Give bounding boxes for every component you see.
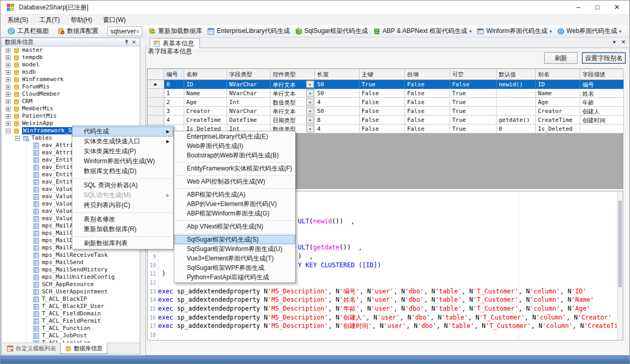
context-menu-item[interactable]: 代码生成▶ bbox=[72, 127, 173, 136]
expand-toggle-icon[interactable] bbox=[6, 114, 10, 119]
tab-database-info[interactable]: 数据库信息 bbox=[60, 343, 107, 354]
cell-dropdown-button[interactable]: ▼ bbox=[306, 107, 314, 115]
column-header[interactable]: 别名 bbox=[536, 69, 580, 80]
grid-cell[interactable]: 单行文本▼ bbox=[271, 107, 315, 116]
tree-item-table[interactable]: T_ACL_BlackIP bbox=[2, 295, 140, 303]
tab-close-icon[interactable]: ✕ bbox=[621, 39, 626, 46]
column-header[interactable]: 长度 bbox=[315, 69, 359, 80]
grid-cell[interactable]: False▼ bbox=[405, 107, 450, 116]
grid-cell[interactable]: Int▼ bbox=[227, 98, 271, 107]
chevron-down-icon[interactable]: ▾ bbox=[469, 29, 472, 34]
tree-item-table[interactable]: SCH_UserAppointment bbox=[2, 288, 140, 295]
web-codegen-button[interactable]: Web界面代码生成 ▾ bbox=[555, 26, 624, 37]
context-menu-item[interactable]: SQL 查询分析器(A)▶ bbox=[72, 180, 173, 190]
grid-cell[interactable]: False▼ bbox=[450, 80, 497, 89]
menubar-item[interactable]: 帮助(H) bbox=[71, 15, 92, 25]
refresh-button[interactable]: 刷新 bbox=[544, 52, 578, 64]
grid-cell[interactable]: 4▼ bbox=[315, 98, 359, 107]
set-field-alias-button[interactable]: 设置字段别名 bbox=[582, 52, 626, 64]
panel-close-icon[interactable]: ✕ bbox=[130, 39, 138, 46]
sql-line[interactable]: 14exec sp_addextendedproperty N'MS_Descr… bbox=[149, 295, 616, 304]
grid-cell[interactable]: 2▼ bbox=[164, 98, 184, 107]
grid-cell[interactable]: NVarChar▼ bbox=[227, 107, 271, 116]
grid-cell[interactable]: False▼ bbox=[405, 124, 450, 133]
expand-toggle-icon[interactable] bbox=[6, 92, 10, 97]
submenu-item[interactable] bbox=[174, 231, 295, 235]
submenu-item[interactable] bbox=[174, 173, 295, 177]
grid-cell[interactable]: True▼ bbox=[450, 98, 497, 107]
tree-item-database[interactable]: PatientMis bbox=[2, 112, 140, 120]
grid-cell[interactable]: CreateTime▼ bbox=[184, 116, 227, 124]
grid-cell[interactable]: 单行文本▼ bbox=[271, 89, 315, 98]
tree-item-database[interactable]: CRM bbox=[2, 98, 140, 105]
column-header[interactable]: 可空 bbox=[450, 69, 497, 80]
context-menu-item[interactable]: 实体类属性生成(P)▶ bbox=[72, 146, 173, 156]
db-config-button[interactable]: 数据库配置 bbox=[54, 26, 101, 37]
close-button[interactable]: ✕ bbox=[608, 0, 626, 15]
table-row[interactable]: ▶ 0▼ ID▼ NVarChar▼ 单行文本▼ 50▼ True▼ False… bbox=[148, 80, 623, 89]
submenu-item[interactable]: ABP框架Winform界面生成(G)▶ bbox=[174, 209, 295, 218]
tree-item-table[interactable]: T_ACL_Function bbox=[2, 325, 140, 332]
grid-cell[interactable]: 4▼ bbox=[315, 124, 359, 133]
tab-table-info[interactable]: 表基本信息 bbox=[150, 38, 200, 48]
grid-cell[interactable]: ▼ bbox=[497, 98, 536, 107]
grid-cell[interactable]: ▼ bbox=[580, 124, 624, 133]
column-header[interactable]: 默认值 bbox=[497, 69, 536, 80]
collapse-toggle-icon[interactable] bbox=[6, 129, 10, 133]
grid-cell[interactable]: Creator▼ bbox=[536, 107, 580, 116]
grid-cell[interactable]: ID▼ bbox=[184, 80, 227, 89]
tab-list-chevron-icon[interactable]: ▾ bbox=[613, 39, 616, 46]
enterpriselibrary-codegen-button[interactable]: EnterpriseLibrary代码生成 bbox=[205, 26, 292, 37]
grid-cell[interactable]: Creator▼ bbox=[184, 107, 227, 116]
pin-icon[interactable] bbox=[123, 39, 130, 46]
grid-cell[interactable]: False▼ bbox=[405, 89, 450, 98]
grid-cell[interactable]: Is_Deleted▼ bbox=[536, 124, 580, 133]
context-menu-item[interactable] bbox=[72, 234, 173, 238]
table-row[interactable]: ▶ 3▼ Creator▼ NVarChar▼ 单行文本▼ 50▼ False▼… bbox=[148, 107, 623, 116]
grid-cell[interactable]: False▼ bbox=[405, 98, 450, 107]
chevron-down-icon[interactable]: ▾ bbox=[619, 29, 622, 34]
tree-item-database[interactable]: MemberMis bbox=[2, 105, 140, 112]
grid-cell[interactable]: Age▼ bbox=[536, 98, 580, 107]
submenu-item[interactable]: SqlSugar框架Winform界面生成(U)▶ bbox=[174, 244, 295, 254]
grid-cell[interactable]: newid()▼ bbox=[497, 80, 536, 89]
tree-item-database[interactable]: model bbox=[2, 61, 140, 69]
row-header[interactable]: ▶ bbox=[148, 89, 164, 98]
grid-cell[interactable]: 数值类型▼ bbox=[271, 98, 315, 107]
submenu-item[interactable]: Python+FastApi后端代码生成▶ bbox=[174, 272, 295, 282]
collapse-toggle-icon[interactable] bbox=[15, 136, 20, 141]
submenu-item[interactable]: Bootstrap的Web界面代码生成(B)▶ bbox=[174, 151, 295, 160]
grid-cell[interactable]: 日期类型▼ bbox=[271, 116, 315, 124]
grid-cell[interactable]: 创建时间▼ bbox=[580, 116, 624, 124]
expand-toggle-icon[interactable] bbox=[6, 70, 10, 75]
winform-codegen-button[interactable]: Winform界面代码生成 ▾ bbox=[474, 26, 554, 37]
tree-item-table[interactable]: T_ACL_JobPost bbox=[2, 332, 140, 339]
chevron-down-icon[interactable]: ▾ bbox=[549, 29, 552, 34]
tree-item-database[interactable]: msdb bbox=[2, 69, 140, 76]
grid-cell[interactable]: Age▼ bbox=[184, 98, 227, 107]
column-header[interactable]: 名称 bbox=[184, 69, 227, 80]
cell-dropdown-button[interactable]: ▼ bbox=[306, 125, 314, 132]
grid-cell[interactable]: 年龄▼ bbox=[580, 98, 624, 107]
grid-cell[interactable]: 50▼ bbox=[315, 89, 359, 98]
column-header[interactable]: 自增 bbox=[405, 69, 450, 80]
expand-toggle-icon[interactable] bbox=[6, 63, 10, 67]
reload-db-button[interactable]: 重新加载数据库 bbox=[145, 26, 205, 37]
context-menu-item[interactable]: 数据库文档生成(D)▶ bbox=[72, 166, 173, 176]
row-header[interactable]: ▶ bbox=[148, 116, 164, 124]
cell-dropdown-button[interactable]: ▼ bbox=[306, 89, 314, 97]
sql-line[interactable]: 15exec sp_addextendedproperty N'MS_Descr… bbox=[149, 304, 616, 313]
editor-scrollbar[interactable] bbox=[617, 191, 623, 340]
grid-cell[interactable]: False▼ bbox=[405, 116, 450, 124]
tree-item-table[interactable]: mps_MailSend bbox=[2, 259, 140, 266]
submenu-item[interactable] bbox=[174, 218, 295, 222]
grid-cell[interactable]: 姓名▼ bbox=[580, 89, 624, 98]
context-menu-item[interactable]: 拷贝列表内容(C)▶ bbox=[72, 200, 173, 210]
scrollbar-thumb[interactable] bbox=[618, 201, 622, 287]
row-header[interactable]: ▶ bbox=[148, 98, 164, 107]
expand-toggle-icon[interactable] bbox=[6, 48, 10, 53]
submenu-item[interactable]: SqlSugar框架WPF界面生成▶ bbox=[174, 263, 295, 272]
expand-toggle-icon[interactable] bbox=[6, 107, 10, 111]
grid-cell[interactable]: getdate()▼ bbox=[497, 116, 536, 124]
grid-cell[interactable]: 4▼ bbox=[164, 116, 184, 124]
